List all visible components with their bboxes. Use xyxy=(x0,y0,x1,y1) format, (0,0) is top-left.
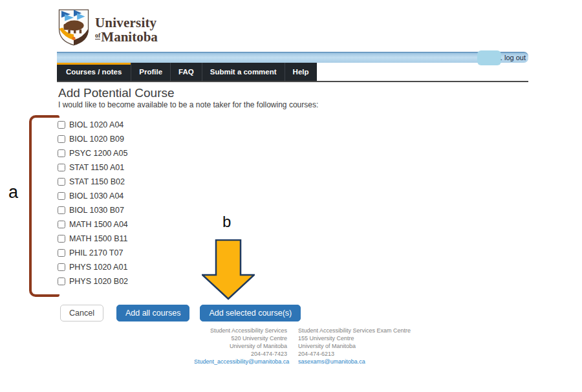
tab-courses-notes[interactable]: Courses / notes xyxy=(57,63,131,82)
footer-line: 155 University Centre xyxy=(298,334,411,342)
course-label: BIOL 1030 B07 xyxy=(69,206,124,215)
course-row: PHIL 2170 T07 xyxy=(58,248,128,257)
footer-line: University of Manitoba xyxy=(194,342,287,350)
footer-email-link[interactable]: sasexams@umanitoba.ca xyxy=(298,358,365,365)
annotation-bracket xyxy=(29,115,59,297)
footer-left-column: Student Accessibility Services 520 Unive… xyxy=(194,327,287,365)
course-label: PHYS 1020 B02 xyxy=(69,277,128,286)
course-row: BIOL 1030 B07 xyxy=(58,206,128,214)
tab-faq[interactable]: FAQ xyxy=(171,63,202,82)
course-row: PHYS 1020 B02 xyxy=(58,277,128,285)
course-row: BIOL 1030 A04 xyxy=(58,191,128,200)
cancel-button[interactable]: Cancel xyxy=(60,305,103,321)
footer-line: 204-474-7423 xyxy=(194,350,287,358)
course-row: STAT 1150 B02 xyxy=(58,177,128,186)
logout-area: . log out xyxy=(501,54,526,61)
button-row: Cancel Add all courses Add selected cour… xyxy=(60,305,301,321)
annotation-letter-b: b xyxy=(222,213,231,231)
logo-wordmark: University ofManitoba xyxy=(95,17,158,43)
course-row: MATH 1500 B11 xyxy=(58,234,128,243)
footer-right-column: Student Accessibility Services Exam Cent… xyxy=(298,327,411,365)
course-row: MATH 1500 A04 xyxy=(58,220,128,228)
page: University ofManitoba . log out Courses … xyxy=(0,0,582,392)
annotation-letter-a: a xyxy=(8,182,18,202)
crest-icon xyxy=(57,8,91,46)
footer-line: University of Manitoba xyxy=(298,342,411,350)
footer: Student Accessibility Services 520 Unive… xyxy=(194,327,411,365)
course-label: MATH 1500 B11 xyxy=(69,234,128,243)
course-label: PSYC 1200 A05 xyxy=(69,149,127,158)
page-title: Add Potential Course xyxy=(58,86,175,100)
footer-line: 520 University Centre xyxy=(194,334,287,342)
footer-line: Student Accessibility Services xyxy=(194,327,287,334)
course-label: MATH 1500 A04 xyxy=(69,220,128,229)
footer-email-link[interactable]: Student_accessibility@umanitoba.ca xyxy=(194,358,289,365)
footer-line: Student Accessibility Services Exam Cent… xyxy=(298,327,411,334)
main-nav: Courses / notes Profile FAQ Submit a com… xyxy=(57,63,317,82)
course-label: BIOL 1030 A04 xyxy=(69,191,124,201)
add-all-courses-button[interactable]: Add all courses xyxy=(116,305,189,321)
course-row: BIOL 1020 A04 xyxy=(58,120,128,129)
tab-help[interactable]: Help xyxy=(285,63,317,82)
course-label: PHIL 2170 T07 xyxy=(69,248,123,257)
add-selected-courses-button[interactable]: Add selected course(s) xyxy=(200,305,301,321)
tab-submit-comment[interactable]: Submit a comment xyxy=(202,63,285,82)
course-label: BIOL 1020 A04 xyxy=(69,120,124,129)
annotation-arrow-down-icon xyxy=(202,239,255,300)
logout-link[interactable]: log out xyxy=(504,54,526,61)
course-row: STAT 1150 A01 xyxy=(58,163,128,171)
logo-of: of xyxy=(95,32,100,39)
username-redaction xyxy=(477,50,501,65)
course-row: PHYS 1020 A01 xyxy=(58,263,128,271)
course-row: BIOL 1020 B09 xyxy=(58,135,128,143)
university-of-manitoba-logo: University ofManitoba xyxy=(57,8,158,46)
logo-line1: University xyxy=(95,17,158,29)
top-banner: . log out xyxy=(57,52,528,63)
logout-prefix: . xyxy=(501,54,502,61)
course-label: STAT 1150 A01 xyxy=(69,163,124,172)
course-label: PHYS 1020 A01 xyxy=(69,263,127,272)
tab-profile[interactable]: Profile xyxy=(131,63,171,82)
intro-text: I would like to become available to be a… xyxy=(58,100,318,109)
course-list: BIOL 1020 A04 BIOL 1020 B09 PSYC 1200 A0… xyxy=(58,120,128,291)
logo-line2: ofManitoba xyxy=(95,29,158,43)
course-row: PSYC 1200 A05 xyxy=(58,149,128,157)
footer-line: 204-474-6213 xyxy=(298,350,411,358)
nav-divider xyxy=(57,81,528,82)
course-label: STAT 1150 B02 xyxy=(69,177,125,186)
logo-manitoba: Manitoba xyxy=(101,29,158,45)
course-label: BIOL 1020 B09 xyxy=(69,135,124,144)
